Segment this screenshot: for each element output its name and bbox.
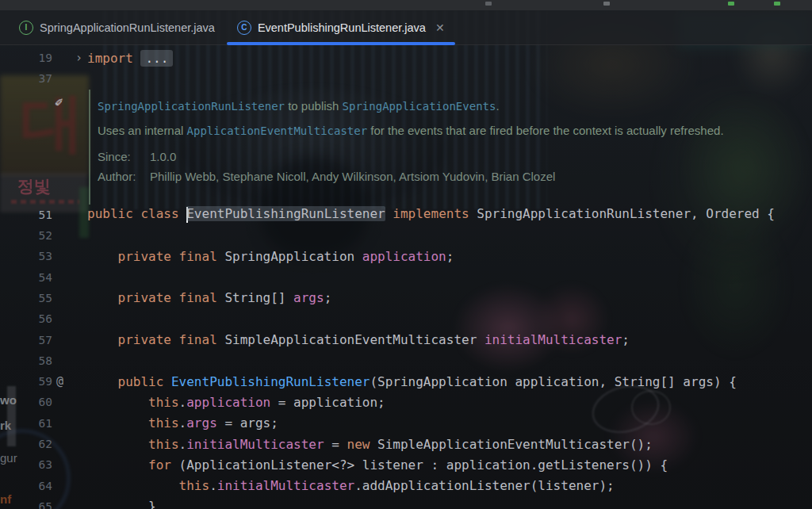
token: . [179,395,187,410]
token: initialMulticaster [217,478,354,493]
token [385,206,393,221]
doc-field-value: 1.0.0 [150,149,724,165]
code-line-37[interactable]: 37 [0,68,812,89]
doc-field-value: Phillip Webb, Stephane Nicoll, Andy Wilk… [150,169,724,185]
gutter: 19› [0,52,87,64]
doc-fields: Since:1.0.0Author:Phillip Webb, Stephane… [98,149,724,185]
gutter: 58 [0,354,87,367]
code-text: this.initialMulticaster.addApplicationLi… [87,478,615,493]
tab-spring-application-run-listener[interactable]: I SpringApplicationRunListener.java [8,10,226,44]
run-status-icon [774,2,780,6]
token: import [87,51,133,66]
line-number: 54 [0,271,52,284]
token: (SpringApplication application, String[]… [370,374,736,389]
token: EventPublishingRunListener [186,206,385,221]
code-line-19[interactable]: 19›import ... [0,48,812,68]
token: . [209,478,217,493]
doc-class-link[interactable]: SpringApplicationRunListener [98,100,285,113]
doc-field-label: Since: [98,149,150,165]
code-line-55[interactable]: 55 private final String[] args; [0,288,812,308]
token: ; [622,332,630,347]
main-toolbar-strip [0,0,812,10]
code-text: this.args = args; [87,415,278,431]
toolbar-icon [603,2,610,6]
token: SimpleApplicationEventMulticaster [224,332,485,347]
toolbar-icon [485,2,492,6]
code-line-60[interactable]: 60 this.application = application; [0,392,812,412]
annotation-icon[interactable]: @ [52,376,87,388]
token: private final [87,249,224,264]
gutter: 53 [0,250,87,262]
code-line-64[interactable]: 64 this.initialMulticaster.addApplicatio… [0,475,812,496]
edit-comment-icon[interactable]: ✐ [52,94,87,110]
doc-class-link[interactable]: ApplicationEventMulticaster [187,124,368,137]
folded-imports[interactable]: ... [140,50,173,67]
code-line-63[interactable]: 63 for (ApplicationListener<?> listener … [0,454,812,475]
gutter: 64 [0,480,87,492]
code-text: public EventPublishingRunListener(Spring… [87,374,737,389]
token: = args; [217,415,278,431]
token: . [179,437,187,452]
line-number: 60 [0,396,52,408]
line-number: 56 [0,312,52,325]
gutter: 65 [0,500,87,509]
code-text: import ... [87,51,173,66]
line-number: 19 [0,52,52,64]
code-line-58[interactable]: 58 [0,350,812,371]
code-text: } [87,499,156,509]
tab-label: SpringApplicationRunListener.java [40,21,215,34]
token: = application; [270,395,385,410]
line-number: 65 [0,500,52,509]
fold-arrow-icon[interactable]: › [52,52,87,64]
token: SpringApplication [224,249,362,264]
token: ; [446,249,454,264]
token: . [179,415,187,431]
code-line-51[interactable]: 51public class EventPublishingRunListene… [0,205,812,225]
code-line-62[interactable]: 62 this.initialMulticaster = new SimpleA… [0,434,812,454]
line-number: 64 [0,480,52,492]
token: private final [87,332,224,347]
active-tab-indicator [227,42,455,45]
token: this [87,415,179,431]
doc-class-link[interactable]: SpringApplicationEvents [343,100,496,113]
javadoc-rendered: SpringApplicationRunListener to publish … [89,90,724,205]
code-line-56[interactable]: 56 [0,308,812,329]
code-text: public class EventPublishingRunListener … [87,206,775,223]
code-line-53[interactable]: 53 private final SpringApplication appli… [0,246,812,266]
interface-icon: I [19,21,33,35]
gutter: 63 [0,458,87,471]
doc-text: Uses an internal [98,124,187,137]
token: ; [324,290,332,305]
token: implements [393,206,469,221]
code-line-59[interactable]: 59@ public EventPublishingRunListener(Sp… [0,371,812,392]
gutter: 52 [0,229,87,242]
doc-text: . [496,99,499,113]
token: SpringApplicationRunListener, Ordered { [469,206,775,221]
token: this [87,478,209,493]
line-number: 61 [0,417,52,430]
line-number: 52 [0,229,52,242]
token [133,51,141,66]
gutter: 54 [0,271,87,284]
code-line-65[interactable]: 65 } [0,496,812,509]
gutter: 37 [0,72,87,85]
token: for [87,457,171,473]
token: application [362,249,446,264]
gutter: 57 [0,334,87,346]
token: args [293,290,324,305]
code-line-52[interactable]: 52 [0,225,812,246]
code-line-54[interactable]: 54 [0,266,812,287]
gutter: ✐ [0,90,87,205]
code-line-57[interactable]: 57 private final SimpleApplicationEventM… [0,329,812,350]
tab-event-publishing-run-listener[interactable]: C EventPublishingRunListener.java ✕ [226,10,456,44]
line-number: 53 [0,250,52,262]
token: public [87,374,171,389]
token: new [347,437,370,452]
close-icon[interactable]: ✕ [435,22,445,33]
code-editor[interactable]: 19›import ...37✐SpringApplicationRunList… [0,44,812,509]
editor-tab-bar: I SpringApplicationRunListener.java C Ev… [0,10,812,45]
token: this [87,395,179,410]
code-line-61[interactable]: 61 this.args = args; [0,413,812,434]
token: SimpleApplicationEventMulticaster(); [370,437,652,452]
gutter: 62 [0,438,87,450]
